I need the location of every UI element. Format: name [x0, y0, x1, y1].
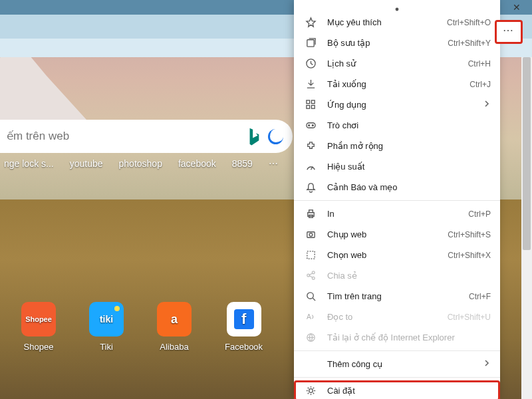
- history-icon: [305, 58, 317, 70]
- menu-item-find[interactable]: Tìm trên trangCtrl+F: [294, 286, 500, 307]
- menu-item-games[interactable]: Trò chơi: [294, 115, 500, 136]
- menu-item-label: Tải xuống: [327, 79, 469, 89]
- svg-point-16: [312, 271, 315, 274]
- menu-item-label: Chia sẻ: [327, 271, 491, 281]
- tiki-logo-icon: tiki: [89, 302, 124, 336]
- menu-item-apps[interactable]: Ứng dụng: [294, 94, 500, 115]
- svg-rect-6: [311, 105, 315, 108]
- page-scrollbar[interactable]: [521, 57, 532, 399]
- menu-item-label: Tải lại ở chế độ Internet Explorer: [327, 332, 491, 342]
- svg-point-17: [312, 277, 315, 279]
- svg-rect-7: [306, 123, 315, 128]
- facebook-logo-icon: f: [227, 302, 261, 336]
- menu-item-label: Hiệu suất: [327, 162, 491, 172]
- tile-label: Shopee: [24, 342, 54, 352]
- menu-item-print[interactable]: InCtrl+P: [294, 203, 500, 224]
- svg-point-9: [312, 125, 313, 126]
- menu-pin-icon: [394, 4, 400, 9]
- menu-item-shortcut: Ctrl+J: [469, 80, 491, 89]
- menu-item-label: Cảnh Báo và mẹo: [327, 182, 491, 192]
- quick-link[interactable]: photoshop: [119, 158, 162, 169]
- menu-item-shortcut: Ctrl+Shift+S: [448, 230, 491, 239]
- menu-item-share: Chia sẻ: [294, 265, 500, 286]
- svg-rect-1: [307, 40, 313, 47]
- tile-label: Alibaba: [160, 342, 188, 352]
- quick-link[interactable]: youtube: [70, 158, 103, 169]
- menu-item-shortcut: Ctrl+Shift+Y: [448, 39, 491, 48]
- svg-rect-5: [306, 105, 309, 108]
- menu-item-label: Thêm công cụ: [327, 359, 483, 369]
- menu-item-label: Chụp web: [327, 229, 448, 239]
- find-icon: [305, 291, 317, 303]
- svg-text:A: A: [306, 313, 311, 321]
- svg-point-18: [307, 274, 309, 277]
- quick-links-more-icon[interactable]: ⋯: [269, 158, 279, 169]
- settings-icon: [305, 385, 317, 397]
- ie-icon: [305, 332, 317, 344]
- site-tile-facebook[interactable]: f Facebook: [225, 302, 263, 352]
- chevron-right-icon: [483, 359, 491, 369]
- menu-item-extensions[interactable]: Phần mở rộng: [294, 136, 500, 156]
- menu-item-capture[interactable]: Chụp webCtrl+Shift+S: [294, 224, 500, 245]
- share-icon: [305, 270, 317, 282]
- menu-item-label: Cài đặt: [327, 386, 491, 396]
- menu-separator: [294, 350, 500, 351]
- search-input[interactable]: [0, 129, 247, 144]
- menu-item-settings[interactable]: Cài đặt: [294, 380, 500, 399]
- menu-item-history[interactable]: Lịch sửCtrl+H: [294, 53, 500, 74]
- menu-separator: [294, 200, 500, 201]
- menu-item-label: In: [327, 209, 468, 219]
- menu-item-collection[interactable]: Bộ sưu tậpCtrl+Shift+Y: [294, 33, 500, 53]
- capture-icon: [305, 229, 317, 241]
- scrollbar-thumb[interactable]: [523, 57, 531, 250]
- menu-item-label: Trò chơi: [327, 120, 491, 130]
- window-close-button[interactable]: ✕: [501, 0, 532, 15]
- menu-item-label: Chọn web: [327, 250, 448, 260]
- print-icon: [305, 208, 317, 220]
- quick-link[interactable]: nge lock s...: [4, 158, 54, 169]
- menu-item-label: Lịch sử: [327, 59, 468, 68]
- menu-item-alerts[interactable]: Cảnh Báo và mẹo: [294, 177, 500, 198]
- more-menu-button[interactable]: ⋯: [495, 20, 523, 44]
- site-tile-alibaba[interactable]: a Alibaba: [157, 302, 192, 352]
- menu-item-label: Ứng dụng: [327, 100, 483, 110]
- menu-item-ie: Tải lại ở chế độ Internet Explorer: [294, 327, 500, 348]
- search-box[interactable]: [0, 120, 293, 153]
- svg-rect-11: [309, 210, 313, 213]
- collection-icon: [305, 37, 317, 49]
- settings-menu: Mục yêu thíchCtrl+Shift+OBộ sưu tậpCtrl+…: [294, 0, 500, 399]
- menu-item-shortcut: Ctrl+H: [468, 59, 491, 68]
- read-icon: A: [305, 311, 317, 323]
- menu-item-select[interactable]: Chọn webCtrl+Shift+X: [294, 245, 500, 265]
- site-tile-tiki[interactable]: tiki Tiki: [89, 302, 124, 352]
- menu-item-more-tools[interactable]: Thêm công cụ: [294, 354, 500, 374]
- svg-rect-4: [311, 100, 315, 104]
- menu-item-download[interactable]: Tải xuốngCtrl+J: [294, 74, 500, 94]
- bing-logo-icon: [247, 127, 261, 146]
- menu-item-star[interactable]: Mục yêu thíchCtrl+Shift+O: [294, 12, 500, 33]
- site-tile-shopee[interactable]: Shopee Shopee: [21, 302, 56, 352]
- chevron-right-icon: [483, 100, 491, 110]
- svg-point-19: [307, 293, 313, 299]
- menu-item-shortcut: Ctrl+F: [469, 292, 491, 301]
- tile-label: Facebook: [225, 342, 263, 352]
- menu-item-performance[interactable]: Hiệu suất: [294, 156, 500, 177]
- menu-item-label: Bộ sưu tập: [327, 38, 448, 48]
- menu-separator: [294, 377, 500, 378]
- menu-item-label: Đọc to: [327, 312, 448, 322]
- star-icon: [305, 17, 317, 29]
- svg-point-8: [308, 125, 309, 126]
- svg-rect-15: [307, 251, 314, 259]
- site-tiles-row: Shopee Shopee tiki Tiki a Alibaba f Face…: [21, 302, 263, 352]
- download-icon: [305, 78, 317, 90]
- shopee-logo-icon: Shopee: [21, 302, 56, 336]
- quick-link[interactable]: 8859: [232, 158, 253, 169]
- menu-item-shortcut: Ctrl+Shift+X: [448, 251, 491, 260]
- svg-point-0: [396, 8, 399, 11]
- svg-point-14: [309, 233, 313, 237]
- search-icon[interactable]: [268, 129, 283, 144]
- menu-item-shortcut: Ctrl+Shift+O: [447, 18, 491, 27]
- quick-link[interactable]: facebook: [178, 158, 216, 169]
- performance-icon: [305, 161, 317, 173]
- apps-icon: [305, 99, 317, 111]
